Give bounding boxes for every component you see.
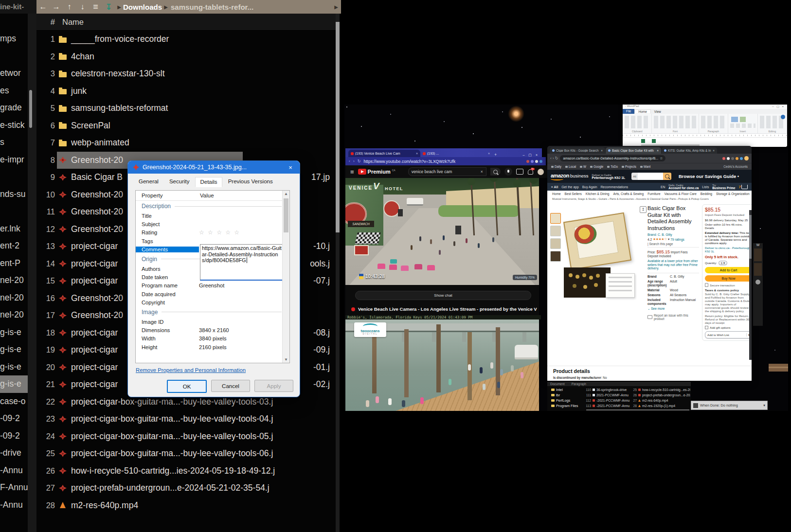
mini-list-row[interactable]: 27 m2-res-640p.mp4	[631, 398, 690, 403]
breadcrumb[interactable]: Musical Instruments, Stage & Studio › Gu…	[547, 197, 752, 202]
category-link[interactable]: Storage & Organization	[716, 192, 750, 195]
mini-list-row[interactable]: 28 m2-res-1920p-(1).mp4	[631, 403, 690, 408]
lower-price-link[interactable]: Available at a lower price from other se…	[647, 259, 699, 270]
table-row[interactable]: 28 m2-res-640p.mp4	[36, 497, 336, 514]
comments-input[interactable]: https://www.amazon.ca/Basic-Guitar-Detai…	[200, 244, 290, 281]
avatar[interactable]	[538, 169, 544, 175]
property-row-program-name[interactable]: Program nameGreenshot	[136, 282, 289, 290]
list-item[interactable]: er.lnk	[0, 220, 28, 238]
search-this-page[interactable]: | Search this page	[647, 242, 699, 248]
clear-search-icon[interactable]: ×	[481, 169, 483, 174]
dialog-title-bar[interactable]: Greenshot-2024-05-21_13-43-35.jpg... ×	[128, 161, 300, 174]
gift-options-checkbox[interactable]: Add gift options	[705, 326, 752, 329]
table-row[interactable]: 24 project-cigar-box-guitar-ma...-buy-le…	[36, 428, 336, 445]
product-title[interactable]: Basic Cigar Box Guitar Kit with Detailed…	[647, 205, 699, 231]
bookmark-accounts[interactable]: Cedric's Accounts	[723, 165, 748, 168]
list-item[interactable]: ent-P	[0, 255, 28, 272]
bookmark-item[interactable]: ToDo	[607, 165, 618, 168]
deliver-to-link[interactable]: Deliver to ckmc.ca - Peterborough K9J 1L	[705, 246, 752, 253]
address-bar[interactable]: amazon.ca/Basic-Guitar-Detailed-Assembly…	[560, 155, 665, 161]
search-category-dropdown[interactable]: All	[631, 173, 638, 180]
amazon-business-logo[interactable]: amazonbusiness	[551, 173, 588, 180]
category-link[interactable]: Best Sellers	[565, 192, 582, 195]
list-item[interactable]: F-Annu	[0, 479, 28, 497]
remove-properties-link[interactable]: Remove Properties and Personal Informati…	[136, 367, 246, 373]
property-row-copyright[interactable]: Copyright	[136, 299, 289, 307]
product-thumbnail[interactable]	[550, 226, 561, 236]
search-input[interactable]: venice beach live cam ×	[408, 167, 486, 176]
ratings-count-link[interactable]: 79 ratings	[670, 238, 684, 241]
dialog-tab[interactable]: Details	[195, 177, 222, 187]
venice-beach-video-player[interactable]: VENICE V HOTEL SANDWICH 10:43:28 Humidit…	[345, 178, 539, 285]
tree-item[interactable]: lbr	[551, 392, 578, 398]
extension-icon[interactable]	[539, 160, 542, 163]
apply-button[interactable]: Apply	[254, 380, 293, 392]
list-item[interactable]: g-is-e	[0, 341, 28, 358]
browser-tab[interactable]: Cigar Box Kits - Google Search ×	[550, 147, 605, 154]
list-item[interactable]: etwor	[0, 65, 28, 82]
list-item[interactable]: mps	[0, 30, 28, 48]
category-link[interactable]: Home	[552, 192, 561, 195]
breadcrumb-downloads[interactable]: Downloads	[123, 3, 162, 11]
rating-row[interactable]: 4.2 ★★★★☆ ▾ 79 ratings	[647, 237, 699, 241]
deliver-to[interactable]: Deliver to Cedric Peterborough K9J 1L	[592, 174, 625, 179]
property-row-rating[interactable]: Rating☆ ☆ ☆ ☆ ☆	[136, 229, 289, 237]
browser-nav-icons[interactable]: ‹ › ↻	[550, 156, 558, 160]
language-selector[interactable]: EN	[661, 185, 665, 189]
youtube-address-bar[interactable]: ‹ › ↻ https://www.youtube.com/watch?v=3L…	[345, 157, 546, 165]
list-item[interactable]: -09-2	[0, 427, 28, 445]
url-text[interactable]: https://www.youtube.com/watch?v=3LXQWzk7…	[363, 159, 455, 164]
list-item[interactable]: nel-20	[0, 272, 28, 289]
nav-item[interactable]: Recommendations	[600, 185, 628, 189]
extension-icon[interactable]	[531, 160, 534, 163]
column-header-row[interactable]: # Name	[36, 14, 336, 31]
menu-icon[interactable]: ≡	[89, 2, 102, 12]
bookmark-item[interactable]: Google	[590, 165, 603, 168]
nav-all-menu[interactable]: ≡ All	[551, 185, 558, 189]
ok-button[interactable]: OK	[167, 380, 207, 393]
see-more-link[interactable]: ⌄ See more	[647, 307, 699, 311]
property-row-subject[interactable]: Subject	[136, 220, 289, 228]
property-row-date-acquired[interactable]: Date acquired	[136, 290, 289, 298]
list-item[interactable]: -Annu	[0, 497, 28, 514]
cart-button[interactable]: 7	[739, 185, 748, 189]
voice-search-icon[interactable]	[504, 168, 512, 176]
bookmark-item[interactable]: Local	[565, 165, 576, 168]
close-icon[interactable]: ×	[286, 164, 295, 171]
table-row[interactable]: 26 how-i-recycle-510-cartridg...ies-2024…	[36, 462, 336, 480]
youtube-premium-logo[interactable]: Premium CA	[358, 169, 396, 175]
tree-item[interactable]: Intel	[551, 387, 578, 392]
browser-tab[interactable]: Basic Cigar Box Guitar Kit with ×	[606, 147, 661, 154]
table-row[interactable]: 5 samsung-tablets-reformat	[36, 100, 336, 117]
scroll-down-icon[interactable]: ▼	[284, 357, 288, 362]
table-row[interactable]: 27 project-prefab-undergroun...e-2024-05…	[36, 479, 336, 497]
browser-nav-icons[interactable]: ‹ › ↻	[349, 159, 361, 163]
table-row[interactable]: 23 project-cigar-box-guitar-ma...-buy-le…	[36, 410, 336, 428]
extension-icon[interactable]	[731, 157, 734, 160]
table-row[interactable]: 1 _____from-voice-recorder	[36, 31, 336, 48]
property-row-image-id[interactable]: Image ID	[136, 318, 289, 326]
category-link[interactable]: Bedding	[701, 192, 712, 195]
category-link[interactable]: Kitchen & Dining	[586, 192, 610, 195]
table-row[interactable]: 2 4chan	[36, 48, 336, 66]
list-item[interactable]: case-o	[0, 393, 28, 410]
search-button[interactable]	[663, 173, 671, 180]
dialog-tab[interactable]: Previous Versions	[223, 177, 278, 187]
dialog-tab[interactable]: Security	[164, 177, 195, 187]
list-item[interactable]: e-impr	[0, 151, 28, 169]
amazon-search-bar[interactable]: All	[631, 173, 671, 180]
extension-icon[interactable]	[740, 157, 743, 160]
add-to-cart-button[interactable]: Add to Cart	[705, 267, 752, 273]
list-item[interactable]: g-is-e	[0, 375, 28, 393]
share-icon[interactable]: ↥	[640, 206, 647, 213]
list-item[interactable]	[0, 48, 28, 65]
table-row[interactable]: 7 webp-animated	[36, 134, 336, 152]
list-item[interactable]: grade	[0, 99, 28, 117]
report-issue-link[interactable]: Report an issue with this product	[647, 314, 699, 320]
dialog-tab[interactable]: General	[134, 177, 163, 187]
extension-icon[interactable]	[727, 157, 730, 160]
browser-tab[interactable]: (193) Venice Beach Live Cam ×	[348, 150, 420, 157]
list-item[interactable]: ent-2	[0, 237, 28, 255]
brand-link[interactable]: Brand: C. B. Gitty	[647, 233, 699, 236]
product-thumbnail[interactable]	[550, 213, 561, 224]
